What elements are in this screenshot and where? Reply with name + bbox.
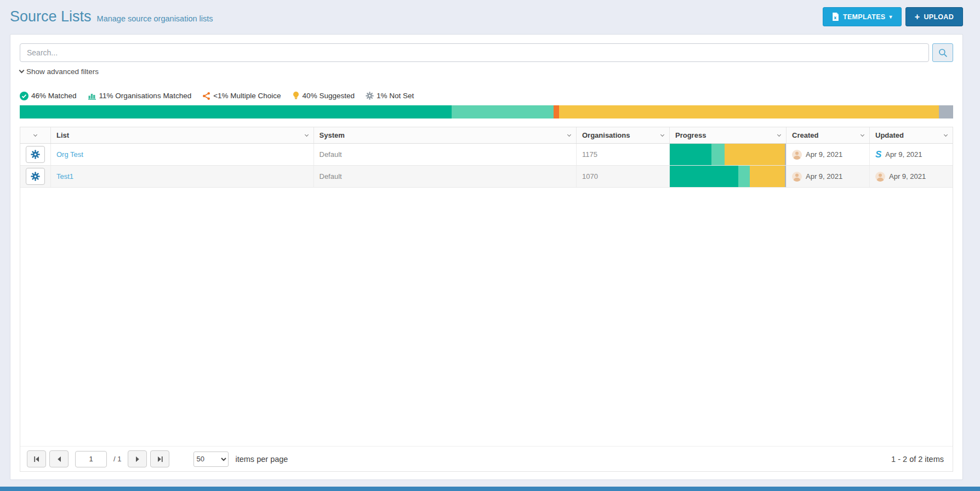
progress-segment-suggested (725, 144, 785, 165)
table-empty-area (20, 188, 953, 446)
column-header-label: Updated (875, 131, 904, 139)
summary-progress-bar (20, 105, 953, 118)
list-name-link[interactable]: Test1 (56, 172, 73, 180)
user-avatar-icon (792, 150, 802, 160)
progress-segment-matched (670, 166, 738, 187)
progress-segment-not-set (939, 105, 953, 118)
chevron-down-icon (660, 132, 664, 136)
legend-item-multiple-choice: <1% Multiple Choice (202, 92, 281, 100)
progress-cell (670, 166, 787, 187)
footer-bar (0, 487, 980, 491)
page-number-input[interactable] (75, 451, 107, 467)
created-cell: Apr 9, 2021 (787, 166, 870, 187)
templates-button[interactable]: TEMPLATES ▾ (823, 7, 902, 26)
show-advanced-filters-label: Show advanced filters (26, 67, 99, 76)
title-group: Source Lists Manage source organisation … (10, 8, 213, 25)
first-page-button[interactable] (27, 450, 46, 467)
column-header-label: List (56, 131, 69, 139)
items-range-label: 1 - 2 of 2 items (891, 455, 946, 464)
source-lists-card: Show advanced filters 46% Matched 11% Or… (10, 34, 963, 480)
user-avatar-icon (792, 172, 802, 182)
s-logo-icon: S (875, 150, 881, 159)
row-progress-bar (670, 166, 786, 187)
legend-item-organisations-matched: 11% Organisations Matched (88, 92, 192, 100)
created-date: Apr 9, 2021 (806, 150, 842, 159)
column-header-created[interactable]: Created (787, 127, 870, 143)
page-count-label: / 1 (113, 455, 121, 463)
gear-icon (31, 172, 40, 181)
legend-label: 40% Suggested (303, 92, 355, 100)
chevron-down-icon (19, 68, 25, 74)
chevron-down-icon (944, 132, 948, 136)
plus-icon: + (915, 13, 920, 21)
chevron-down-icon (33, 132, 37, 136)
row-progress-bar (670, 144, 786, 165)
search-icon (938, 48, 948, 58)
progress-cell (670, 144, 787, 165)
progress-segment-multiple-choice (554, 105, 559, 118)
system-cell: Default (314, 166, 577, 187)
column-header-organisations[interactable]: Organisations (577, 127, 670, 143)
created-date: Apr 9, 2021 (806, 172, 842, 180)
chevron-down-icon (861, 132, 864, 136)
column-header-list[interactable]: List (51, 127, 314, 143)
column-header-label: Created (792, 131, 818, 139)
gear-icon (366, 92, 374, 100)
source-lists-table: List System Organisations Progress Creat… (20, 127, 953, 472)
column-header-system[interactable]: System (314, 127, 577, 143)
progress-segment-matched (670, 144, 711, 165)
table-row: Test1 Default 1070 Apr 9, 2021 Apr 9, 20… (20, 166, 953, 188)
legend-item-suggested: 40% Suggested (292, 91, 355, 100)
search-input[interactable] (20, 43, 929, 62)
chevron-down-icon (304, 132, 308, 136)
progress-segment-suggested (750, 166, 785, 187)
progress-segment-organisations-matched (738, 166, 750, 187)
column-header-label: Progress (675, 131, 706, 139)
page-size-select[interactable]: 50 (193, 452, 229, 467)
column-header-label: Organisations (582, 131, 630, 139)
updated-cell: Apr 9, 2021 (870, 166, 953, 187)
search-button[interactable] (932, 43, 953, 62)
row-settings-button[interactable] (26, 168, 45, 185)
legend-item-not-set: 1% Not Set (366, 92, 414, 100)
check-circle-icon (20, 92, 29, 100)
column-header-progress[interactable]: Progress (670, 127, 787, 143)
column-header-label: System (320, 131, 345, 139)
column-header-actions[interactable] (20, 127, 51, 143)
updated-date: Apr 9, 2021 (889, 172, 926, 180)
progress-segment-not-set (785, 144, 786, 165)
progress-legend: 46% Matched 11% Organisations Matched <1… (20, 91, 953, 100)
table-row: Org Test Default 1175 Apr 9, 2021 S Apr … (20, 144, 953, 166)
previous-page-button[interactable] (49, 450, 69, 467)
chevron-down-icon (777, 132, 781, 136)
progress-segment-organisations-matched (452, 105, 554, 118)
row-settings-button[interactable] (26, 146, 45, 163)
list-name-link[interactable]: Org Test (56, 150, 83, 159)
progress-segment-not-set (785, 166, 786, 187)
show-advanced-filters-toggle[interactable]: Show advanced filters (20, 67, 99, 76)
last-page-button[interactable] (150, 450, 169, 467)
items-per-page-label: items per page (235, 455, 288, 464)
next-page-button[interactable] (128, 450, 147, 467)
organisations-count-cell: 1175 (577, 144, 670, 165)
updated-date: Apr 9, 2021 (885, 150, 922, 159)
legend-item-matched: 46% Matched (20, 92, 77, 100)
chevron-down-icon (567, 132, 571, 136)
legend-label: 46% Matched (31, 92, 77, 100)
lightbulb-icon (292, 91, 300, 100)
updated-cell: S Apr 9, 2021 (870, 144, 953, 165)
legend-label: 11% Organisations Matched (99, 92, 192, 100)
progress-segment-suggested (559, 105, 939, 118)
upload-button[interactable]: + UPLOAD (905, 7, 963, 26)
legend-label: 1% Not Set (377, 92, 414, 100)
bar-chart-icon (88, 92, 96, 100)
pagination-bar: / 1 50 items per page 1 - 2 of 2 items (20, 446, 953, 471)
caret-down-icon: ▾ (889, 14, 892, 20)
file-icon (832, 13, 839, 21)
created-cell: Apr 9, 2021 (787, 144, 870, 165)
column-header-updated[interactable]: Updated (870, 127, 953, 143)
progress-segment-matched (20, 105, 452, 118)
page-subtitle: Manage source organisation lists (97, 14, 213, 23)
system-cell: Default (314, 144, 577, 165)
organisations-count-cell: 1070 (577, 166, 670, 187)
